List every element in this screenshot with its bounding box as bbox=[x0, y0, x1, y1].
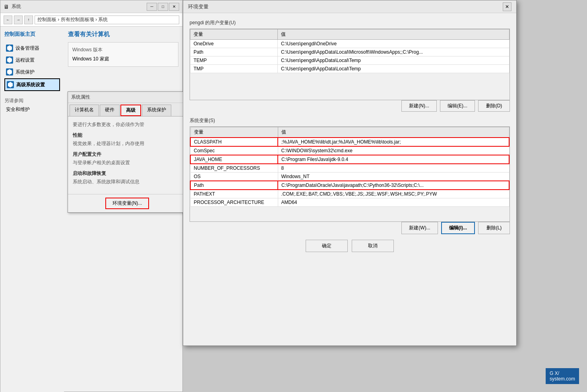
sys-var-name: PROCESSOR_ARCHITECTURE bbox=[190, 198, 278, 207]
sidebar-item-security[interactable]: 安全和维护 bbox=[4, 104, 60, 115]
left-sidebar: 控制面板主页 设备管理器 远程设置 系统保护 高级系统设置 另请参阅 安全和维护 bbox=[0, 27, 64, 392]
tab-hardware[interactable]: 硬件 bbox=[100, 105, 120, 116]
sys-var-name: ComSpec bbox=[190, 146, 278, 155]
user-var-val: C:\Users\pengdi\AppData\Local\Microsoft\… bbox=[278, 48, 510, 56]
windows-version-value: Windows 10 家庭 bbox=[72, 56, 174, 62]
sidebar-title: 控制面板主页 bbox=[4, 31, 60, 38]
user-edit-button[interactable]: 编辑(E)... bbox=[440, 100, 475, 112]
another-section: 另请参阅 安全和维护 bbox=[4, 97, 60, 115]
tabs-row: 计算机名 硬件 高级 系统保护 bbox=[68, 103, 186, 116]
user-vars-table-wrap[interactable]: 变量 值 OneDriveC:\Users\pengdi\OneDrivePat… bbox=[190, 29, 510, 100]
user-col-var: 变量 bbox=[190, 29, 278, 40]
sidebar-item-device-manager[interactable]: 设备管理器 bbox=[4, 43, 60, 54]
sys-var-row[interactable]: JAVA_HOMEC:\Program Files\Java\jdk-9.0.4 bbox=[190, 155, 509, 164]
panel-body: 要进行大多数更改，你必须作为管 性能 视觉效果，处理器计划，内存使用 用户配置文… bbox=[68, 116, 186, 194]
cancel-button[interactable]: 取消 bbox=[352, 240, 394, 252]
startup-section: 启动和故障恢复 系统启动、系统故障和调试信息 bbox=[73, 170, 182, 185]
sys-vars-table-wrap[interactable]: 变量 值 CLASSPATH;%JAVA_HOME%\lib\dt.jar;%J… bbox=[190, 126, 510, 222]
close-btn[interactable]: ✕ bbox=[169, 3, 179, 11]
minimize-btn[interactable]: ─ bbox=[147, 3, 157, 11]
sys-var-row[interactable]: ComSpecC:\WINDOWS\system32\cmd.exe bbox=[190, 146, 509, 155]
sys-var-val: C:\Program Files\Java\jdk-9.0.4 bbox=[278, 155, 509, 164]
user-vars-table: 变量 值 OneDriveC:\Users\pengdi\OneDrivePat… bbox=[190, 29, 510, 73]
sys-var-val: C:\WINDOWS\system32\cmd.exe bbox=[278, 146, 509, 155]
sys-var-row[interactable]: CLASSPATH;%JAVA_HOME%\lib\dt.jar;%JAVA_H… bbox=[190, 138, 509, 146]
sys-var-row[interactable]: PathC:\ProgramData\Oracle\Java\javapath;… bbox=[190, 181, 509, 190]
perf-title: 性能 bbox=[73, 132, 182, 139]
startup-title: 启动和故障恢复 bbox=[73, 170, 182, 177]
user-var-row[interactable]: TEMPC:\Users\pengdi\AppData\Local\Temp bbox=[190, 56, 510, 65]
sys-var-name: NUMBER_OF_PROCESSORS bbox=[190, 164, 278, 173]
user-new-button[interactable]: 新建(N)... bbox=[401, 100, 437, 112]
up-btn[interactable]: ↑ bbox=[24, 16, 33, 24]
system-window-title: 系统 bbox=[12, 3, 21, 10]
sys-vars-table: 变量 值 CLASSPATH;%JAVA_HOME%\lib\dt.jar;%J… bbox=[190, 127, 510, 207]
sidebar-item-remote[interactable]: 远程设置 bbox=[4, 54, 60, 66]
system-properties-panel: 系统属性 计算机名 硬件 高级 系统保护 要进行大多数更改，你必须作为管 性能 … bbox=[68, 91, 187, 213]
panel-bottom: 环境变量(N)... bbox=[68, 194, 186, 212]
windows-version-section: Windows 版本 Windows 10 家庭 bbox=[68, 42, 178, 67]
system-title-bar: 🖥 系统 ─ □ ✕ bbox=[0, 0, 182, 13]
profile-desc: 与登录帐户相关的桌面设置 bbox=[73, 159, 182, 166]
sys-var-name: Path bbox=[190, 181, 278, 190]
sys-vars-label: 系统变量(S) bbox=[190, 117, 510, 124]
sys-var-name: JAVA_HOME bbox=[190, 155, 278, 164]
dialog-body: pengdi 的用户变量(U) 变量 值 OneDriveC:\Users\pe… bbox=[183, 13, 516, 258]
user-var-name: TMP bbox=[190, 65, 278, 73]
watermark: G X/ system.com bbox=[546, 368, 579, 384]
profile-section: 用户配置文件 与登录帐户相关的桌面设置 bbox=[73, 151, 182, 166]
sys-vars-btn-row: 新建(W)... 编辑(I)... 删除(L) bbox=[190, 222, 510, 234]
sys-var-name: OS bbox=[190, 173, 278, 181]
user-var-row[interactable]: TMPC:\Users\pengdi\AppData\Local\Temp bbox=[190, 65, 510, 73]
forward-btn[interactable]: → bbox=[14, 16, 23, 24]
bottom-btn-row: 确定 取消 bbox=[190, 240, 510, 252]
sys-var-val: 8 bbox=[278, 164, 509, 173]
dialog-title: 环境变量 bbox=[188, 3, 503, 10]
sys-var-row[interactable]: PATHEXT.COM;.EXE;.BAT;.CMD;.VBS;.VBE;.JS… bbox=[190, 190, 509, 198]
back-btn[interactable]: ← bbox=[4, 16, 12, 24]
shield-icon-1 bbox=[6, 45, 13, 52]
tab-system-protection[interactable]: 系统保护 bbox=[142, 105, 171, 116]
user-var-name: TEMP bbox=[190, 56, 278, 65]
user-col-val: 值 bbox=[278, 29, 510, 40]
sys-var-val: C:\ProgramData\Oracle\Java\javapath;C:\P… bbox=[278, 181, 509, 190]
ok-button[interactable]: 确定 bbox=[306, 240, 348, 252]
dialog-title-bar: 环境变量 ✕ bbox=[183, 0, 516, 13]
sys-var-val: Windows_NT bbox=[278, 173, 509, 181]
sys-props-title: 系统属性 bbox=[71, 94, 90, 101]
sys-edit-button[interactable]: 编辑(I)... bbox=[441, 222, 475, 234]
tab-advanced[interactable]: 高级 bbox=[120, 105, 141, 116]
sys-var-row[interactable]: PROCESSOR_ARCHITECTUREAMD64 bbox=[190, 198, 509, 207]
env-variables-button[interactable]: 环境变量(N)... bbox=[105, 198, 149, 209]
sys-new-button[interactable]: 新建(W)... bbox=[401, 222, 438, 234]
maximize-btn[interactable]: □ bbox=[158, 3, 168, 11]
sidebar-item-protection[interactable]: 系统保护 bbox=[4, 66, 60, 78]
page-heading: 查看有关计算机 bbox=[68, 31, 178, 38]
title-bar-controls: ─ □ ✕ bbox=[147, 3, 179, 11]
admin-note: 要进行大多数更改，你必须作为管 bbox=[73, 121, 182, 128]
user-var-row[interactable]: OneDriveC:\Users\pengdi\OneDrive bbox=[190, 40, 510, 48]
user-vars-btn-row: 新建(N)... 编辑(E)... 删除(D) bbox=[190, 100, 510, 112]
window-icon: 🖥 bbox=[4, 4, 9, 10]
shield-icon-3 bbox=[6, 68, 13, 76]
user-var-val: C:\Users\pengdi\AppData\Local\Temp bbox=[278, 65, 510, 73]
sys-props-title-bar: 系统属性 bbox=[68, 92, 186, 103]
user-delete-button[interactable]: 删除(D) bbox=[478, 100, 510, 112]
user-var-val: C:\Users\pengdi\OneDrive bbox=[278, 40, 510, 48]
sys-delete-button[interactable]: 删除(L) bbox=[478, 222, 510, 234]
sys-var-name: PATHEXT bbox=[190, 190, 278, 198]
sidebar-item-advanced[interactable]: 高级系统设置 bbox=[4, 78, 60, 91]
env-variables-dialog: 环境变量 ✕ pengdi 的用户变量(U) 变量 值 OneDriveC:\U… bbox=[183, 0, 517, 346]
sys-var-val: .COM;.EXE;.BAT;.CMD;.VBS;.VBE;.JS;.JSE;.… bbox=[278, 190, 509, 198]
sys-var-row[interactable]: OSWindows_NT bbox=[190, 173, 509, 181]
dialog-close-button[interactable]: ✕ bbox=[503, 2, 511, 11]
sys-var-val: AMD64 bbox=[278, 198, 509, 207]
user-var-row[interactable]: PathC:\Users\pengdi\AppData\Local\Micros… bbox=[190, 48, 510, 56]
windows-version-label: Windows 版本 bbox=[72, 47, 174, 53]
profile-title: 用户配置文件 bbox=[73, 151, 182, 158]
address-path: 控制面板 › 所有控制面板项 › 系统 bbox=[35, 16, 179, 24]
tab-computer-name[interactable]: 计算机名 bbox=[70, 105, 99, 116]
sys-var-row[interactable]: NUMBER_OF_PROCESSORS8 bbox=[190, 164, 509, 173]
perf-desc: 视觉效果，处理器计划，内存使用 bbox=[73, 140, 182, 147]
sys-var-val: ;%JAVA_HOME%\lib\dt.jar;%JAVA_HOME%\lib\… bbox=[278, 138, 509, 146]
